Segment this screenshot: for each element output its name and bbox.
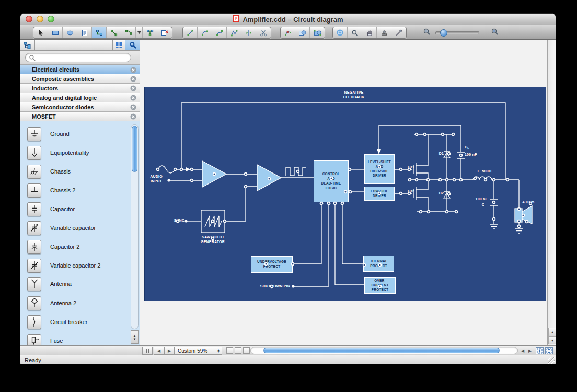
- overcurrent-protect-block[interactable]: OVER-CURRENTPROTECT: [364, 277, 396, 294]
- circuit-breaker-icon: [27, 315, 41, 329]
- control-deadtime-logic-block[interactable]: CONTROLANDDEAD-TIMELOGIC: [314, 160, 349, 202]
- eyedropper-tool-button[interactable]: [391, 27, 406, 38]
- close-category-icon[interactable]: [130, 95, 136, 101]
- tree-view-button[interactable]: [20, 40, 35, 50]
- refresh-button[interactable]: [333, 27, 348, 38]
- d2-label: D2: [434, 191, 444, 195]
- close-category-icon[interactable]: [130, 85, 136, 91]
- category-label: Inductors: [32, 85, 58, 91]
- status-text: Ready: [25, 357, 41, 363]
- sidebar-scrollbar-thumb[interactable]: [132, 126, 137, 172]
- select-tool-button[interactable]: [33, 27, 48, 38]
- rectangle-tool-button[interactable]: [48, 27, 63, 38]
- category-mosfet[interactable]: MOSFET: [20, 112, 140, 121]
- pause-button[interactable]: [142, 347, 153, 355]
- component-ground[interactable]: Ground: [20, 124, 130, 143]
- view-mode-button-3[interactable]: [243, 347, 250, 354]
- sidebar-scrollbar[interactable]: [131, 124, 139, 329]
- titlebar[interactable]: Amplifier.cdd – Circuit diagram: [20, 14, 556, 25]
- close-category-icon[interactable]: [130, 113, 136, 120]
- split-shape-tool-button[interactable]: [241, 27, 256, 38]
- scroll-down-icon[interactable]: ▼: [133, 338, 136, 341]
- ellipse-tool-button[interactable]: [63, 27, 77, 38]
- connector-dropdown-arrow[interactable]: [136, 27, 143, 38]
- category-electrical-circuits[interactable]: Electrical circuits: [20, 65, 140, 74]
- close-category-icon[interactable]: [130, 76, 136, 82]
- disconnect-tool-button[interactable]: [157, 27, 172, 38]
- direct-connector-tool-button[interactable]: [107, 27, 121, 38]
- close-category-icon[interactable]: [130, 67, 136, 73]
- category-semiconductor-diodes[interactable]: Semiconductor diodes: [20, 102, 140, 112]
- component-equipotentiality[interactable]: Equipotentiality: [20, 143, 130, 162]
- scroll-left-button[interactable]: ◀: [519, 347, 526, 355]
- component-capacitor[interactable]: Capacitor: [20, 200, 130, 218]
- category-inductors[interactable]: Inductors: [20, 84, 140, 93]
- cb-label: Cb: [465, 145, 469, 151]
- arc-tool-button[interactable]: [198, 27, 212, 38]
- subtract-shapes-tool-button[interactable]: [295, 27, 310, 38]
- grid-view-button[interactable]: [113, 40, 125, 50]
- canvas-viewport[interactable]: CONTROLANDDEAD-TIMELOGIC LEVEL-SHIFTANDH…: [140, 40, 547, 345]
- component-variable-capacitor[interactable]: Variable capacitor: [20, 218, 130, 237]
- view-mode-button-2[interactable]: [235, 347, 241, 354]
- text-block-tool-button[interactable]: [77, 27, 92, 38]
- scroll-up-icon[interactable]: ▲: [133, 334, 136, 337]
- component-antenna[interactable]: Antenna: [20, 274, 130, 293]
- zoom-out-button[interactable]: [423, 28, 431, 38]
- diagram-page[interactable]: CONTROLANDDEAD-TIMELOGIC LEVEL-SHIFTANDH…: [144, 87, 546, 301]
- component-chassis[interactable]: Chassis: [20, 162, 130, 181]
- zoom-slider-knob[interactable]: [440, 29, 447, 37]
- library-title-area[interactable]: [35, 40, 113, 50]
- reshape-tool-button[interactable]: [281, 27, 295, 38]
- zoom-in-button[interactable]: [491, 28, 499, 38]
- component-variable-capacitor-2[interactable]: Variable capacitor 2: [20, 256, 130, 275]
- close-category-icon[interactable]: [130, 104, 136, 110]
- zoom-level-select[interactable]: Custom 59% ▲▼: [174, 347, 222, 355]
- zoom-tool-button[interactable]: [348, 27, 362, 38]
- pan-tool-button[interactable]: [362, 27, 377, 38]
- polyline-tool-button[interactable]: [227, 27, 241, 38]
- category-label: Analog and digital logic: [32, 95, 97, 101]
- low-side-driver-block[interactable]: LOW-SIDEDRIVER: [364, 187, 395, 201]
- category-composite-assemblies[interactable]: Composite assemblies: [20, 74, 140, 84]
- sidebar-scroll-arrows[interactable]: ▲▼: [131, 330, 139, 344]
- scissors-tool-button[interactable]: [256, 27, 271, 38]
- component-circuit-breaker[interactable]: Circuit breaker: [20, 313, 130, 331]
- tree-connector-tool-button[interactable]: [143, 27, 157, 38]
- group-shapes-tool-button[interactable]: [310, 27, 325, 38]
- zoom-slider[interactable]: [435, 31, 479, 34]
- library-search-box[interactable]: [25, 53, 131, 62]
- component-antenna-2[interactable]: Antenna 2: [20, 294, 130, 313]
- search-view-button[interactable]: [125, 40, 140, 50]
- scroll-up-button[interactable]: ▲: [548, 328, 556, 336]
- stamp-tool-button[interactable]: [377, 27, 391, 38]
- thermal-protect-block[interactable]: THERMALPROTECT: [363, 256, 394, 272]
- line-tool-button[interactable]: [183, 27, 198, 38]
- fit-page-button[interactable]: [536, 347, 544, 354]
- zoom-stepper[interactable]: ▲▼: [215, 349, 222, 353]
- view-mode-button-1[interactable]: [226, 347, 233, 354]
- grid-view-icon: [116, 42, 122, 49]
- level-shift-high-side-driver-block[interactable]: LEVEL-SHIFTANDHIGH-SIDEDRIVER: [364, 154, 395, 184]
- next-page-button[interactable]: ▶: [164, 347, 175, 355]
- scroll-down-button[interactable]: ▼: [548, 336, 556, 344]
- c-value-label: 100 nF: [458, 197, 488, 201]
- resize-grip[interactable]: [548, 357, 555, 364]
- component-label: Capacitor: [50, 206, 75, 212]
- component-chassis-2[interactable]: Chassis 2: [20, 181, 130, 200]
- previous-page-button[interactable]: ◀: [154, 347, 164, 355]
- capacitor-icon: [27, 202, 41, 216]
- canvas-vertical-scrollbar[interactable]: ▲ ▼: [547, 40, 556, 345]
- bezier-tool-button[interactable]: [212, 27, 227, 38]
- bottom-scroll-row: ◀ ▶ Custom 59% ▲▼ ◀ ▶: [20, 345, 556, 355]
- rightangle-connector-tool-button[interactable]: [92, 27, 107, 38]
- library-search-input[interactable]: [38, 54, 121, 61]
- component-capacitor-2[interactable]: Capacitor 2: [20, 237, 130, 256]
- actual-size-button[interactable]: [545, 347, 553, 354]
- smart-connector-tool-button[interactable]: [121, 27, 136, 38]
- category-analog-digital-logic[interactable]: Analog and digital logic: [20, 93, 140, 102]
- scroll-right-button[interactable]: ▶: [526, 347, 534, 355]
- horizontal-scrollbar-thumb[interactable]: [263, 348, 500, 353]
- undervoltage-protect-block[interactable]: UNDERVOLTAGEPROTECT: [251, 256, 293, 273]
- canvas-horizontal-scrollbar[interactable]: [250, 347, 518, 354]
